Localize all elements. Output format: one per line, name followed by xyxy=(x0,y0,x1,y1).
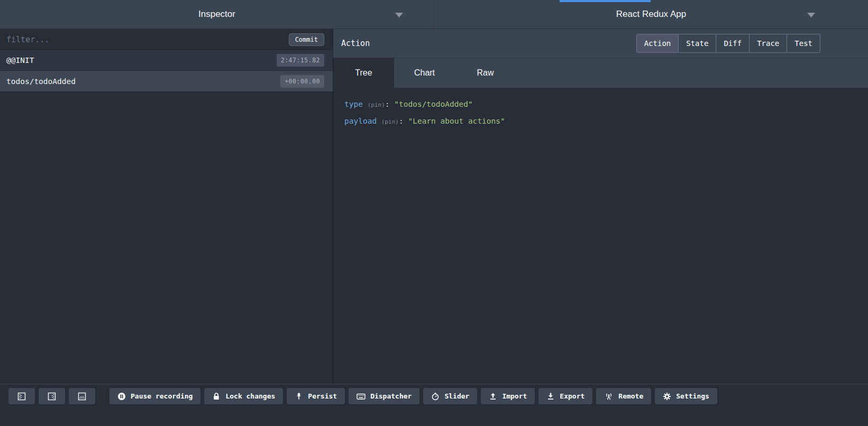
settings-button[interactable]: Settings xyxy=(655,388,717,404)
bottom-toolbar: Pause recording Lock changes Persist xyxy=(0,384,868,426)
pin-link[interactable]: (pin) xyxy=(381,118,399,125)
json-tree-row-type: type (pin): "todos/todoAdded" xyxy=(344,96,868,113)
subtab-raw[interactable]: Raw xyxy=(455,58,516,88)
json-tree-row-payload: payload (pin): "Learn about actions" xyxy=(344,113,868,130)
gear-icon xyxy=(663,392,671,401)
panel-position-bottom-icon xyxy=(78,392,86,401)
tab-diff[interactable]: Diff xyxy=(716,34,750,53)
detail-header: Action Action State Diff Trace Test xyxy=(333,29,868,58)
antenna-icon xyxy=(604,392,614,401)
json-key[interactable]: payload xyxy=(344,117,377,125)
slider-button[interactable]: Slider xyxy=(423,388,477,404)
lock-icon xyxy=(212,392,221,401)
pin-link[interactable]: (pin) xyxy=(368,101,385,108)
action-name: @@INIT xyxy=(6,56,34,64)
json-key[interactable]: type xyxy=(344,100,363,108)
action-row-init[interactable]: @@INIT 2:47:15.82 xyxy=(0,50,333,71)
active-instance-indicator xyxy=(560,0,651,2)
subtab-tree[interactable]: Tree xyxy=(333,58,394,88)
colon: : xyxy=(399,117,404,125)
stopwatch-icon xyxy=(431,392,440,401)
detail-panel: Action Action State Diff Trace Test Tree… xyxy=(333,29,868,384)
remote-button[interactable]: Remote xyxy=(596,388,651,404)
view-subtabs: Tree Chart Raw xyxy=(333,58,868,88)
panel-position-bottom-button[interactable] xyxy=(69,388,95,404)
action-time-badge: 2:47:15.82 xyxy=(277,54,324,67)
chevron-down-icon xyxy=(807,13,815,17)
chevron-down-icon xyxy=(395,13,403,17)
toolbar-button-label: Export xyxy=(560,392,584,400)
upload-icon xyxy=(489,392,497,401)
toolbar-button-label: Lock changes xyxy=(225,392,275,400)
toolbar-button-label: Dispatcher xyxy=(370,392,412,400)
import-button[interactable]: Import xyxy=(481,388,535,404)
main-area: Commit @@INIT 2:47:15.82 todos/todoAdded… xyxy=(0,29,868,384)
persist-button[interactable]: Persist xyxy=(287,388,345,404)
json-value: "Learn about actions" xyxy=(408,117,505,125)
json-tree: type (pin): "todos/todoAdded" payload (p… xyxy=(333,88,868,384)
action-log-panel: Commit @@INIT 2:47:15.82 todos/todoAdded… xyxy=(0,29,333,384)
instance-selector[interactable]: React Redux App xyxy=(434,0,868,29)
lock-changes-button[interactable]: Lock changes xyxy=(204,388,283,404)
commit-button[interactable]: Commit xyxy=(289,33,324,46)
toolbar-button-label: Persist xyxy=(308,392,337,400)
panel-position-right-icon xyxy=(48,392,56,401)
action-time-badge: +00:00.00 xyxy=(280,75,324,88)
panel-position-right-button[interactable] xyxy=(39,388,65,404)
toolbar-button-label: Settings xyxy=(676,392,709,400)
action-list: @@INIT 2:47:15.82 todos/todoAdded +00:00… xyxy=(0,50,333,384)
panel-position-left-button[interactable] xyxy=(8,388,35,404)
keyboard-icon xyxy=(357,392,366,401)
tab-state[interactable]: State xyxy=(679,34,716,53)
panel-position-left-icon xyxy=(17,392,26,401)
pause-recording-button[interactable]: Pause recording xyxy=(109,388,200,404)
download-icon xyxy=(546,392,555,401)
export-button[interactable]: Export xyxy=(538,388,592,404)
redux-devtools-window: Inspector React Redux App Commit @@INIT … xyxy=(0,0,868,426)
json-value: "todos/todoAdded" xyxy=(394,100,472,108)
filter-input[interactable] xyxy=(6,35,284,44)
pause-icon xyxy=(117,392,126,401)
detail-title: Action xyxy=(341,39,370,48)
pin-icon xyxy=(295,392,303,401)
toolbar-button-label: Pause recording xyxy=(131,392,193,400)
detail-tab-group: Action State Diff Trace Test xyxy=(636,34,820,53)
colon: : xyxy=(385,100,390,108)
action-name: todos/todoAdded xyxy=(6,77,76,86)
tab-trace[interactable]: Trace xyxy=(750,34,787,53)
dispatcher-button[interactable]: Dispatcher xyxy=(349,388,419,404)
instance-title: React Redux App xyxy=(616,9,686,20)
top-header: Inspector React Redux App xyxy=(0,0,868,29)
action-row-todo-added[interactable]: todos/todoAdded +00:00.00 xyxy=(0,71,333,92)
tab-test[interactable]: Test xyxy=(787,34,820,53)
monitor-title: Inspector xyxy=(198,9,235,20)
monitor-selector[interactable]: Inspector xyxy=(0,0,434,29)
filter-row: Commit xyxy=(0,29,333,50)
toolbar-button-label: Slider xyxy=(444,392,469,400)
subtab-chart[interactable]: Chart xyxy=(394,58,455,88)
tab-action[interactable]: Action xyxy=(636,34,679,53)
toolbar-button-label: Remote xyxy=(618,392,643,400)
toolbar-button-label: Import xyxy=(502,392,527,400)
